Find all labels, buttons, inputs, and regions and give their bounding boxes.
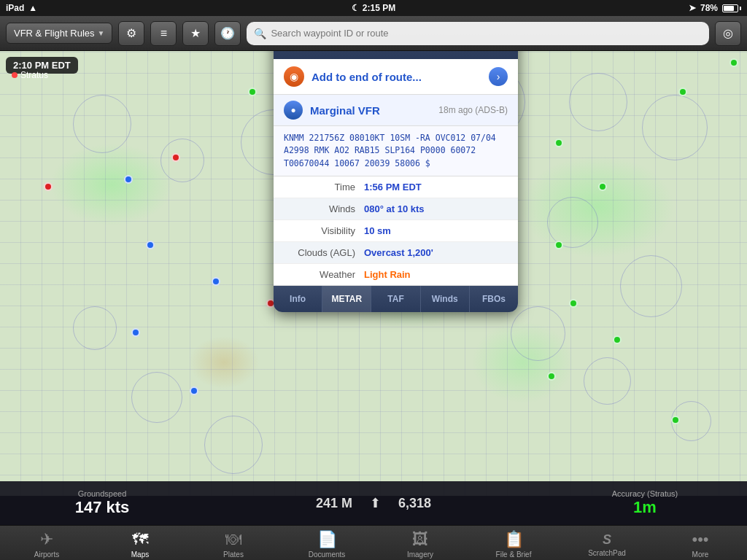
maps-icon: 🗺: [132, 530, 148, 549]
wx-winds-value: 080° at 10 kts: [364, 203, 425, 214]
star-icon: ★: [190, 26, 201, 40]
stratus-label: Stratus: [12, 70, 48, 80]
accuracy-stat: Accuracy (Stratus) 1m: [554, 489, 735, 517]
popup-tab-winds[interactable]: Winds: [421, 286, 470, 312]
popup-tab-fbos[interactable]: FBOs: [470, 286, 518, 312]
popup-tab-info[interactable]: Info: [274, 286, 322, 312]
wx-winds-label: Winds: [284, 203, 364, 214]
airport-dot-blue[interactable]: [212, 277, 220, 286]
tab-bar: ✈ Airports 🗺 Maps 🍽 Plates 📄 Documents 🖼…: [0, 525, 747, 560]
flight-rules-label: VFR & Flight Rules: [14, 28, 95, 39]
heading-value: 241 M: [316, 496, 352, 511]
wifi-icon: ▲: [28, 3, 37, 13]
wx-clouds-value: Overcast 1,200': [364, 247, 433, 258]
add-route-icon: ◉: [284, 66, 304, 87]
tab-plates[interactable]: 🍽 Plates: [187, 526, 280, 560]
documents-label: Documents: [309, 551, 346, 559]
menu-button[interactable]: ≡: [150, 21, 177, 46]
current-time: 2:15 PM: [363, 3, 395, 13]
wx-winds-row: Winds 080° at 10 kts: [274, 198, 518, 220]
more-label: More: [692, 551, 709, 559]
locate-icon: ◎: [723, 26, 733, 40]
airport-dot-blue[interactable]: [146, 241, 155, 249]
airport-dot-green[interactable]: [554, 139, 563, 147]
imagery-label: Imagery: [407, 551, 433, 559]
tab-documents[interactable]: 📄 Documents: [280, 526, 374, 560]
toolbar: VFR & Flight Rules ▼ ⚙ ≡ ★ 🕐 🔍 ◎: [0, 16, 747, 51]
groundspeed-value: 147 kts: [75, 498, 130, 517]
airport-dot-green[interactable]: [248, 88, 257, 96]
search-icon: 🔍: [254, 28, 266, 39]
location-icon: ➤: [689, 3, 696, 13]
chevron-down-icon: ▼: [98, 29, 105, 37]
status-bar: iPad ▲ ☾ 2:15 PM ➤ 78%: [0, 0, 747, 16]
add-route-label: Add to end of route...: [311, 71, 481, 83]
wx-clouds-label: Clouds (AGL): [284, 247, 364, 258]
flight-rules-button[interactable]: VFR & Flight Rules ▼: [6, 23, 112, 44]
more-icon: •••: [692, 530, 708, 549]
maps-label: Maps: [131, 551, 149, 559]
altitude-value: 6,318: [398, 496, 431, 511]
popup-tab-metar[interactable]: METAR: [322, 286, 371, 312]
moon-icon: ☾: [352, 3, 360, 13]
file-brief-label: File & Brief: [496, 551, 532, 559]
popup-tabs: Info METAR TAF Winds FBOs: [274, 286, 518, 312]
menu-icon: ≡: [160, 27, 167, 40]
airports-icon: ✈: [40, 530, 53, 549]
scratchpad-label: ScratchPad: [588, 549, 626, 557]
add-route-arrow-button[interactable]: ›: [489, 67, 508, 86]
weather-time: 18m ago (ADS-B): [438, 105, 508, 115]
wx-weather-row: Weather Light Rain: [274, 264, 518, 285]
airport-dot-blue[interactable]: [131, 328, 140, 337]
tab-imagery[interactable]: 🖼 Imagery: [374, 526, 467, 560]
add-route-row[interactable]: ◉ Add to end of route... ›: [274, 59, 518, 95]
airport-dot-red[interactable]: [44, 182, 53, 191]
plates-icon: 🍽: [225, 530, 241, 549]
metar-block: KNMM 221756Z 08010KT 10SM -RA OVC012 07/…: [274, 126, 518, 176]
airport-popup: KNMM Meridian Nas/Mc Cain Field/ ◉ Add t…: [274, 22, 518, 312]
airport-dot-green[interactable]: [678, 88, 687, 96]
popup-tab-taf[interactable]: TAF: [371, 286, 420, 312]
tab-more[interactable]: ••• More: [654, 526, 747, 560]
recents-button[interactable]: 🕐: [214, 21, 241, 46]
settings-button[interactable]: ⚙: [118, 21, 144, 46]
gear-icon: ⚙: [126, 26, 136, 40]
metar-text: KNMM 221756Z 08010KT 10SM -RA OVC012 07/…: [284, 132, 508, 170]
airport-dot-blue[interactable]: [190, 386, 198, 395]
wx-visibility-label: Visibility: [284, 225, 364, 236]
wx-time-value: 1:56 PM EDT: [364, 182, 422, 192]
groundspeed-stat: Groundspeed 147 kts: [12, 489, 193, 517]
airport-dot-green[interactable]: [547, 372, 556, 381]
plates-label: Plates: [223, 551, 244, 559]
tab-maps[interactable]: 🗺 Maps: [93, 526, 187, 560]
arrow-right-icon: ›: [497, 71, 500, 82]
wx-visibility-row: Visibility 10 sm: [274, 220, 518, 242]
wx-visibility-value: 10 sm: [364, 225, 391, 236]
locate-button[interactable]: ◎: [715, 21, 741, 46]
bottom-status-bar: Groundspeed 147 kts 241 M ⬆ 6,318 Accura…: [0, 481, 747, 525]
airport-dot-green[interactable]: [569, 299, 578, 308]
wx-clouds-row: Clouds (AGL) Overcast 1,200': [274, 242, 518, 264]
airport-dot-green[interactable]: [613, 335, 622, 344]
stratus-dot: [12, 72, 18, 78]
airport-dot-green[interactable]: [671, 416, 680, 424]
tab-file-brief[interactable]: 📋 File & Brief: [467, 526, 560, 560]
device-label: iPad: [6, 3, 24, 13]
weather-condition: Marginal VFR: [310, 104, 431, 117]
airport-dot-green[interactable]: [554, 241, 563, 249]
weather-icon: ●: [284, 101, 303, 120]
tab-airports[interactable]: ✈ Airports: [0, 526, 93, 560]
airport-dot-blue[interactable]: [124, 175, 133, 184]
clock-icon: 🕐: [220, 26, 235, 40]
file-brief-icon: 📋: [504, 530, 524, 549]
accuracy-value: 1m: [633, 498, 657, 517]
airport-dot-green[interactable]: [598, 182, 607, 191]
scratchpad-icon: S: [603, 532, 611, 548]
airport-dot-red[interactable]: [171, 153, 180, 162]
search-input[interactable]: [271, 28, 702, 39]
tab-scratchpad[interactable]: S ScratchPad: [560, 526, 654, 560]
accuracy-label: Accuracy (Stratus): [612, 489, 678, 498]
documents-icon: 📄: [317, 530, 337, 549]
airport-dot-green[interactable]: [729, 58, 738, 67]
favorites-button[interactable]: ★: [182, 21, 209, 46]
